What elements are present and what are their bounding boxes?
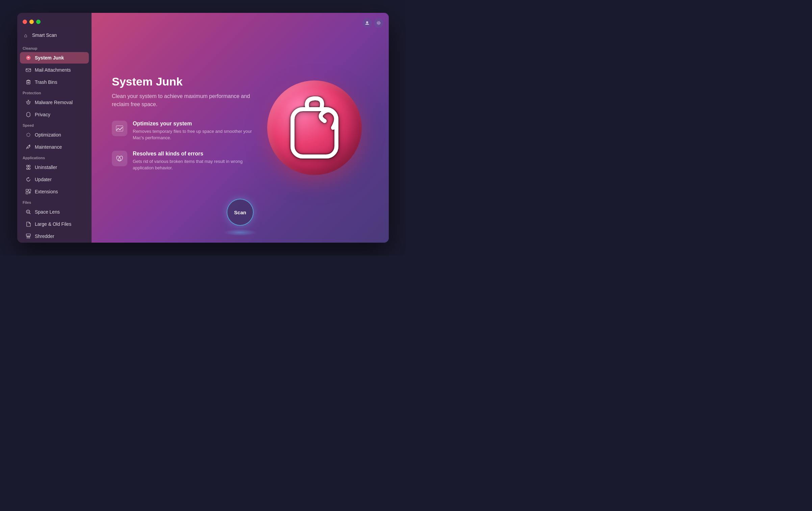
svg-rect-46: [293, 109, 336, 156]
settings-button[interactable]: [374, 18, 383, 28]
app-logo: [286, 96, 343, 160]
system-junk-label: System Junk: [35, 55, 64, 60]
section-label-cleanup: Cleanup: [17, 44, 92, 52]
mail-icon: [25, 67, 31, 73]
svg-line-9: [28, 100, 29, 100]
svg-rect-35: [26, 234, 30, 236]
svg-rect-31: [26, 192, 28, 194]
svg-line-38: [29, 237, 30, 239]
smart-scan-label: Smart Scan: [32, 32, 57, 38]
section-label-speed: Speed: [17, 121, 92, 129]
sidebar-item-shredder[interactable]: Shredder: [20, 230, 89, 242]
extensions-label: Extensions: [35, 189, 58, 194]
sidebar-item-malware-removal[interactable]: Malware Removal: [20, 97, 89, 108]
optimize-text: Optimizes your system Removes temporary …: [133, 121, 254, 141]
svg-rect-43: [116, 126, 123, 131]
errors-text: Resolves all kinds of errors Gets rid of…: [133, 151, 254, 171]
svg-line-33: [29, 213, 30, 214]
mail-attachments-label: Mail Attachments: [35, 67, 71, 73]
optimization-label: Optimization: [35, 132, 61, 138]
maintenance-icon: [25, 144, 31, 150]
optimize-description: Removes temporary files to free up space…: [133, 128, 254, 141]
svg-point-24: [27, 168, 28, 170]
sidebar-item-mail-attachments[interactable]: Mail Attachments: [20, 64, 89, 76]
optimization-icon: [25, 132, 31, 138]
section-label-protection: Protection: [17, 88, 92, 96]
top-controls: [362, 18, 383, 28]
privacy-label: Privacy: [35, 112, 50, 117]
sidebar-item-trash-bins[interactable]: Trash Bins: [20, 76, 89, 88]
sidebar-item-system-junk[interactable]: System Junk: [20, 52, 89, 64]
content-area: System Junk Clean your system to achieve…: [92, 62, 389, 194]
svg-line-8: [28, 100, 28, 100]
smart-scan-item[interactable]: ⌂ Smart Scan: [17, 29, 92, 41]
svg-point-32: [26, 210, 30, 213]
uninstaller-icon: [25, 164, 31, 170]
text-section: System Junk Clean your system to achieve…: [112, 75, 254, 181]
page-subtitle: Clean your system to achieve maximum per…: [112, 92, 254, 108]
section-label-files: Files: [17, 198, 92, 206]
maintenance-label: Maintenance: [35, 144, 62, 150]
svg-line-18: [29, 136, 30, 136]
sidebar-item-updater[interactable]: Updater: [20, 174, 89, 185]
svg-line-20: [27, 136, 27, 136]
minimize-button[interactable]: [29, 20, 34, 24]
app-icon-sphere: [267, 80, 362, 175]
svg-line-11: [30, 102, 31, 102]
trash-icon: [25, 79, 31, 85]
svg-line-10: [26, 102, 27, 102]
sidebar-item-space-lens[interactable]: Space Lens: [20, 206, 89, 218]
sidebar-item-privacy[interactable]: Privacy: [20, 109, 89, 120]
app-icon-container: [267, 80, 362, 175]
space-lens-icon: [25, 209, 31, 215]
large-files-icon: [25, 221, 31, 227]
optimize-icon: [112, 121, 127, 136]
scan-glow: [223, 229, 257, 236]
sidebar-item-large-old-files[interactable]: Large & Old Files: [20, 218, 89, 230]
section-label-applications: Applications: [17, 153, 92, 161]
feature-item-optimize: Optimizes your system Removes temporary …: [112, 121, 254, 141]
svg-point-12: [28, 102, 29, 103]
space-lens-label: Space Lens: [35, 209, 60, 215]
large-old-files-label: Large & Old Files: [35, 221, 71, 227]
svg-point-40: [366, 21, 368, 23]
svg-line-17: [27, 133, 27, 134]
svg-rect-29: [26, 189, 28, 191]
profile-button[interactable]: [362, 18, 372, 28]
sidebar-item-maintenance[interactable]: Maintenance: [20, 141, 89, 153]
smart-scan-icon: ⌂: [23, 32, 29, 38]
scan-button[interactable]: Scan: [227, 199, 254, 226]
sidebar-item-extensions[interactable]: Extensions: [20, 186, 89, 197]
errors-heading: Resolves all kinds of errors: [133, 151, 254, 157]
trash-bins-label: Trash Bins: [35, 79, 57, 85]
errors-icon: [112, 151, 127, 166]
shredder-label: Shredder: [35, 234, 54, 239]
scan-button-label: Scan: [234, 210, 246, 215]
main-content: System Junk Clean your system to achieve…: [92, 13, 389, 243]
svg-point-42: [377, 21, 380, 25]
app-window: ⌂ Smart Scan Cleanup System Junk Mail At…: [17, 13, 389, 243]
sidebar-item-optimization[interactable]: Optimization: [20, 129, 89, 141]
scan-button-wrapper: Scan: [227, 199, 254, 226]
system-junk-icon: [25, 55, 31, 61]
privacy-icon: [25, 112, 31, 118]
updater-label: Updater: [35, 177, 52, 182]
errors-description: Gets rid of various broken items that ma…: [133, 158, 254, 171]
optimize-heading: Optimizes your system: [133, 121, 254, 127]
close-button[interactable]: [23, 20, 27, 24]
malware-icon: [25, 99, 31, 105]
svg-point-23: [29, 165, 30, 167]
svg-point-25: [29, 168, 30, 170]
svg-line-21: [26, 147, 27, 149]
page-title: System Junk: [112, 75, 254, 88]
svg-point-22: [27, 165, 28, 167]
maximize-button[interactable]: [36, 20, 41, 24]
svg-point-34: [27, 211, 29, 213]
malware-removal-label: Malware Removal: [35, 100, 73, 105]
window-controls: [17, 18, 92, 29]
svg-line-19: [29, 133, 30, 134]
svg-line-36: [27, 237, 27, 239]
sidebar-item-uninstaller[interactable]: Uninstaller: [20, 162, 89, 173]
shredder-icon: [25, 233, 31, 239]
svg-point-41: [378, 22, 380, 24]
